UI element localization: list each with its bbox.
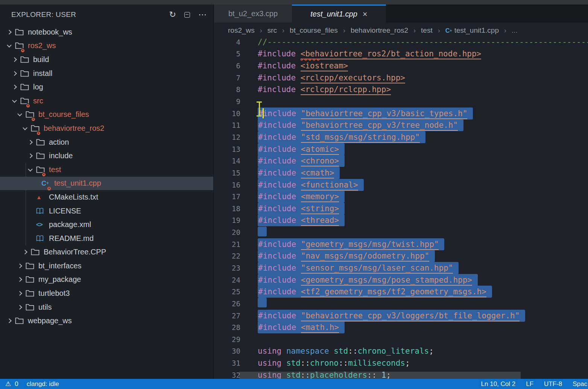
line-number[interactable]: 26 bbox=[214, 300, 240, 308]
tree-item-my_package[interactable]: my_package bbox=[0, 273, 213, 287]
tree-item-bt_interfaces[interactable]: bt_interfaces bbox=[0, 259, 213, 273]
line-number[interactable]: 6 bbox=[214, 62, 240, 70]
code-line-20[interactable]: 20 bbox=[214, 226, 588, 238]
chevron-right-icon[interactable] bbox=[14, 306, 25, 309]
code-line-26[interactable]: 26 bbox=[214, 298, 588, 310]
line-number[interactable]: 23 bbox=[214, 264, 240, 272]
tree-item-package.xml[interactable]: <>package.xml bbox=[0, 218, 213, 232]
code-line-8[interactable]: 8#include <rclcpp/rclcpp.hpp> bbox=[214, 84, 588, 96]
line-number[interactable]: 12 bbox=[214, 133, 240, 141]
line-number[interactable]: 4 bbox=[214, 38, 240, 46]
code-line-17[interactable]: 17#include <memory> bbox=[214, 191, 588, 203]
code-line-7[interactable]: 7#include <rclcpp/executors.hpp> bbox=[214, 72, 588, 84]
line-number[interactable]: 28 bbox=[214, 323, 240, 331]
line-number[interactable]: 30 bbox=[214, 347, 240, 355]
chevron-down-icon[interactable] bbox=[14, 113, 25, 116]
line-number[interactable]: 17 bbox=[214, 192, 240, 201]
tree-item-include[interactable]: include bbox=[0, 149, 213, 163]
line-number[interactable]: 13 bbox=[214, 145, 240, 153]
code-line-24[interactable]: 24#include <geometry_msgs/msg/pose_stamp… bbox=[214, 274, 588, 286]
line-number[interactable]: 24 bbox=[214, 276, 240, 284]
chevron-right-icon[interactable] bbox=[4, 30, 14, 34]
line-number[interactable]: 25 bbox=[214, 288, 240, 296]
warnings-count[interactable]: 0 bbox=[15, 380, 18, 388]
tree-item-webpage_ws[interactable]: webpage_ws bbox=[0, 314, 213, 328]
chevron-right-icon[interactable] bbox=[9, 85, 20, 89]
chevron-right-icon[interactable] bbox=[9, 58, 20, 61]
refresh-icon[interactable]: ↻ bbox=[169, 11, 176, 19]
tree-item-turtlebot3[interactable]: turtlebot3 bbox=[0, 286, 213, 300]
code-line-5[interactable]: 5#include <behaviortree_ros2/bt_action_n… bbox=[214, 48, 588, 60]
tree-item-ros2_ws[interactable]: ×ros2_ws bbox=[0, 39, 213, 53]
chevron-right-icon[interactable] bbox=[20, 250, 30, 254]
code-line-22[interactable]: 22#include "nav_msgs/msg/odometry.hpp" bbox=[214, 250, 588, 262]
line-number[interactable]: 8 bbox=[214, 85, 240, 94]
breadcrumb-item-behaviortree_ros2[interactable]: behaviortree_ros2 bbox=[351, 26, 408, 35]
tree-item-test[interactable]: ×test bbox=[0, 163, 213, 177]
tree-item-utils[interactable]: utils bbox=[0, 300, 213, 314]
code-line-16[interactable]: 16#include <functional> bbox=[214, 179, 588, 191]
status-encoding[interactable]: UTF-8 bbox=[544, 380, 562, 388]
breadcrumb-item-test[interactable]: test bbox=[421, 26, 433, 35]
code-line-31[interactable]: 31using std::chrono::milliseconds; bbox=[214, 357, 588, 369]
code-line-6[interactable]: 6#include <iostream> bbox=[214, 60, 588, 72]
line-number[interactable]: 19 bbox=[214, 216, 240, 224]
breadcrumb-item-src[interactable]: src bbox=[267, 26, 277, 35]
code-line-29[interactable]: 29 bbox=[214, 333, 588, 345]
code-line-30[interactable]: 30using namespace std::chrono_literals; bbox=[214, 345, 588, 357]
code-line-9[interactable]: 9 bbox=[214, 95, 588, 107]
code-line-13[interactable]: 13#include <atomic> bbox=[214, 143, 588, 155]
line-number[interactable]: 7 bbox=[214, 74, 240, 82]
line-number[interactable]: 10 bbox=[214, 109, 240, 118]
tree-item-behaviortree_ros2[interactable]: ×behaviortree_ros2 bbox=[0, 121, 213, 135]
line-number[interactable]: 29 bbox=[214, 335, 240, 344]
code-line-12[interactable]: 12#include "std_msgs/msg/string.hpp" bbox=[214, 131, 588, 143]
breadcrumb-item-file[interactable]: C+test_unit1.cpp bbox=[445, 26, 499, 35]
tree-item-notebook_ws[interactable]: notebook_ws bbox=[0, 25, 213, 39]
code-line-11[interactable]: 11#include "behaviortree_cpp_v3/tree_nod… bbox=[214, 119, 588, 131]
chevron-right-icon[interactable] bbox=[25, 141, 35, 144]
line-number[interactable]: 20 bbox=[214, 228, 240, 236]
tab-test_unit1[interactable]: test_unit1.cpp × bbox=[292, 5, 386, 23]
close-icon[interactable]: × bbox=[363, 10, 368, 18]
more-actions-icon[interactable]: ⋯ bbox=[198, 11, 207, 19]
code-line-18[interactable]: 18#include <string> bbox=[214, 203, 588, 215]
tree-item-src[interactable]: ×src bbox=[0, 94, 213, 108]
tab-bt_u2_ex3[interactable]: bt_u2_ex3.cpp bbox=[214, 5, 292, 23]
code-line-21[interactable]: 21#include "geometry_msgs/msg/twist.hpp" bbox=[214, 238, 588, 250]
line-number[interactable]: 22 bbox=[214, 252, 240, 260]
horizontal-scrollbar[interactable] bbox=[239, 372, 521, 379]
code-line-23[interactable]: 23#include "sensor_msgs/msg/laser_scan.h… bbox=[214, 262, 588, 274]
code-line-4[interactable]: 4//-------------------------------------… bbox=[214, 36, 588, 48]
breadcrumb-item-ros2_ws[interactable]: ros2_ws bbox=[228, 26, 255, 35]
chevron-right-icon[interactable] bbox=[14, 292, 25, 295]
code-line-15[interactable]: 15#include <cmath> bbox=[214, 167, 588, 179]
collapse-all-icon[interactable] bbox=[184, 12, 190, 18]
breadcrumb-item-bt_course_files[interactable]: bt_course_files bbox=[290, 26, 338, 35]
code-line-27[interactable]: 27#include "behaviortree_cpp_v3/loggers/… bbox=[214, 310, 588, 322]
status-cursor-position[interactable]: Ln 10, Col 2 bbox=[481, 380, 516, 388]
line-number[interactable]: 11 bbox=[214, 121, 240, 129]
breadcrumb-more[interactable]: ... bbox=[512, 26, 518, 35]
line-number[interactable]: 9 bbox=[214, 97, 240, 106]
tree-item-action[interactable]: action bbox=[0, 135, 213, 149]
chevron-down-icon[interactable] bbox=[9, 99, 20, 103]
code-line-10[interactable]: 10#include "behaviortree_cpp_v3/basic_ty… bbox=[214, 107, 588, 120]
code-line-14[interactable]: 14#include <chrono> bbox=[214, 155, 588, 167]
line-number[interactable]: 27 bbox=[214, 312, 240, 320]
clangd-status[interactable]: clangd: idle bbox=[27, 380, 59, 388]
code-area[interactable]: 4//-------------------------------------… bbox=[214, 36, 588, 379]
line-number[interactable]: 16 bbox=[214, 181, 240, 189]
tree-item-LICENSE[interactable]: LICENSE bbox=[0, 204, 213, 218]
line-number[interactable]: 32 bbox=[214, 371, 240, 379]
chevron-right-icon[interactable] bbox=[4, 319, 14, 322]
code-line-25[interactable]: 25#include <tf2_geometry_msgs/tf2_geomet… bbox=[214, 286, 588, 298]
tree-item-CMakeLists.txt[interactable]: ▲CMakeLists.txt bbox=[0, 190, 213, 204]
chevron-right-icon[interactable] bbox=[14, 278, 25, 281]
line-number[interactable]: 31 bbox=[214, 359, 240, 367]
tree-item-BehaviorTree.CPP[interactable]: BehaviorTree.CPP bbox=[0, 245, 213, 259]
chevron-down-icon[interactable] bbox=[4, 44, 14, 47]
tree-item-build[interactable]: build bbox=[0, 53, 213, 67]
tree-item-README.md[interactable]: README.md bbox=[0, 232, 213, 245]
status-eol[interactable]: LF bbox=[526, 380, 533, 388]
